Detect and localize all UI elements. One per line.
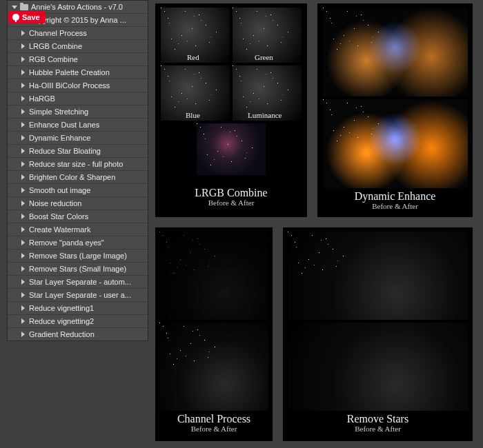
disclosure-triangle-icon[interactable] bbox=[21, 57, 25, 62]
action-item-label: Remove Stars (Small Image) bbox=[29, 265, 126, 273]
disclosure-triangle-icon[interactable] bbox=[21, 30, 25, 36]
action-item[interactable]: Ha-OIII BiColor Process bbox=[8, 79, 148, 92]
action-item[interactable]: Noise reduction bbox=[8, 196, 148, 210]
action-item-label: Reduce Star Bloating bbox=[29, 147, 101, 155]
card-subtitle: Before & After bbox=[372, 202, 418, 210]
card-subtitle: Before & After bbox=[191, 425, 237, 433]
action-item[interactable]: Remove Stars (Small Image) bbox=[8, 262, 148, 275]
disclosure-triangle-icon[interactable] bbox=[21, 70, 25, 75]
action-item-label: Simple Stretching bbox=[29, 108, 88, 116]
pinterest-save-button[interactable]: Save bbox=[8, 11, 46, 23]
thumb-after bbox=[288, 323, 469, 411]
disclosure-triangle-icon[interactable] bbox=[21, 43, 25, 49]
thumb-before bbox=[323, 8, 468, 96]
action-item-label: Enhance Dust Lanes bbox=[29, 121, 99, 129]
action-item[interactable]: Dynamic Enhance bbox=[8, 131, 148, 144]
thumb-blue: Blue bbox=[161, 65, 230, 121]
action-list: Copyright © 2015 by Anna ...Channel Proc… bbox=[8, 13, 148, 340]
disclosure-triangle-icon[interactable] bbox=[21, 253, 25, 258]
action-item[interactable]: Smooth out image bbox=[8, 183, 148, 196]
action-item[interactable]: Enhance Dust Lanes bbox=[8, 118, 148, 131]
action-item[interactable]: Reduce Star Bloating bbox=[8, 144, 148, 157]
thumb-red: Red bbox=[161, 8, 230, 63]
action-item[interactable]: RGB Combine bbox=[8, 52, 148, 65]
disclosure-triangle-icon[interactable] bbox=[21, 279, 25, 285]
action-item-label: Create Watermark bbox=[29, 225, 90, 234]
folder-icon bbox=[20, 4, 28, 10]
disclosure-triangle-icon[interactable] bbox=[21, 174, 25, 180]
thumb-label: Red bbox=[187, 53, 199, 61]
disclosure-triangle-icon[interactable] bbox=[21, 96, 25, 101]
card-channel-process: Channel Process Before & After bbox=[155, 227, 273, 441]
disclosure-triangle-icon[interactable] bbox=[21, 305, 25, 311]
action-item[interactable]: Reduce vignetting1 bbox=[8, 301, 148, 314]
action-item[interactable]: HaRGB bbox=[8, 92, 148, 105]
action-item-label: Remove Stars (Large Image) bbox=[29, 252, 127, 260]
thumb-lrgb: LRGB bbox=[197, 123, 266, 175]
thumb-label: Blue bbox=[186, 111, 200, 119]
thumb-before bbox=[288, 232, 469, 320]
action-item-label: Gradient Reduction bbox=[29, 330, 95, 338]
action-item[interactable]: LRGB Combine bbox=[8, 39, 148, 52]
action-item[interactable]: Boost Star Colors bbox=[8, 210, 148, 223]
pinterest-icon bbox=[12, 14, 19, 21]
action-item-label: Dynamic Enhance bbox=[29, 134, 90, 142]
thumb-before bbox=[159, 232, 268, 320]
thumb-label: Green bbox=[255, 53, 273, 61]
action-item[interactable]: Channel Process bbox=[8, 26, 148, 39]
disclosure-triangle-icon[interactable] bbox=[21, 122, 25, 128]
card-title: LRGB Combine bbox=[195, 187, 267, 198]
disclosure-triangle-icon[interactable] bbox=[21, 318, 25, 324]
action-item[interactable]: Hubble Palette Creation bbox=[8, 65, 148, 79]
save-label: Save bbox=[22, 13, 40, 21]
disclosure-triangle-icon[interactable] bbox=[21, 214, 25, 219]
thumb-label: Luminance bbox=[248, 111, 282, 119]
card-subtitle: Before & After bbox=[355, 425, 401, 433]
disclosure-triangle-icon[interactable] bbox=[21, 109, 25, 114]
action-item-label: Brighten Color & Sharpen bbox=[29, 173, 115, 181]
action-item[interactable]: Remove "panda eyes" bbox=[8, 236, 148, 249]
card-title: Dynamic Enhance bbox=[355, 191, 436, 202]
thumb-luminance: Luminance bbox=[233, 65, 302, 121]
action-item[interactable]: Brighten Color & Sharpen bbox=[8, 170, 148, 183]
disclosure-triangle-icon[interactable] bbox=[21, 292, 25, 298]
action-item-label: Remove "panda eyes" bbox=[29, 238, 104, 247]
action-item-label: Star Layer Separate - autom... bbox=[29, 278, 131, 286]
action-item[interactable]: Remove Stars (Large Image) bbox=[8, 249, 148, 262]
card-lrgb-combine: Red Green Blue Luminance LRGB LRGB Combi… bbox=[155, 3, 307, 217]
disclosure-triangle-icon[interactable] bbox=[21, 266, 25, 272]
disclosure-triangle-icon[interactable] bbox=[21, 187, 25, 193]
action-item-label: Noise reduction bbox=[29, 199, 81, 207]
disclosure-triangle-icon[interactable] bbox=[21, 240, 25, 245]
action-item-label: Reduce star size - full photo bbox=[29, 160, 123, 168]
disclosure-triangle-icon[interactable] bbox=[21, 227, 25, 232]
card-title: Channel Process bbox=[177, 414, 250, 425]
action-item-label: Star Layer Separate - user a... bbox=[29, 291, 131, 299]
disclosure-triangle-icon[interactable] bbox=[21, 332, 25, 337]
card-subtitle: Before & After bbox=[208, 198, 255, 207]
disclosure-triangle-icon[interactable] bbox=[21, 135, 25, 141]
action-item-label: HaRGB bbox=[29, 94, 55, 103]
action-item-label: Smooth out image bbox=[29, 186, 90, 194]
action-item[interactable]: Gradient Reduction bbox=[8, 327, 148, 340]
action-item[interactable]: Reduce vignetting2 bbox=[8, 314, 148, 327]
disclosure-triangle-icon[interactable] bbox=[12, 6, 17, 9]
action-item-label: Boost Star Colors bbox=[29, 212, 88, 221]
actions-panel: Annie's Astro Actions - v7.0 Copyright ©… bbox=[7, 0, 148, 341]
action-item[interactable]: Simple Stretching bbox=[8, 105, 148, 118]
action-item[interactable]: Reduce star size - full photo bbox=[8, 157, 148, 170]
disclosure-triangle-icon[interactable] bbox=[21, 161, 25, 167]
card-dynamic-enhance: Dynamic Enhance Before & After bbox=[317, 3, 473, 217]
action-item-label: Reduce vignetting2 bbox=[29, 317, 94, 325]
action-item[interactable]: Star Layer Separate - autom... bbox=[8, 275, 148, 288]
action-item-label: Hubble Palette Creation bbox=[29, 68, 110, 77]
action-item-label: Reduce vignetting1 bbox=[29, 304, 94, 312]
disclosure-triangle-icon[interactable] bbox=[21, 148, 25, 154]
action-item[interactable]: Star Layer Separate - user a... bbox=[8, 288, 148, 301]
action-item-label: Channel Process bbox=[29, 29, 87, 37]
thumb-after bbox=[159, 323, 268, 411]
disclosure-triangle-icon[interactable] bbox=[21, 83, 25, 88]
thumb-after bbox=[323, 99, 468, 188]
action-item[interactable]: Create Watermark bbox=[8, 223, 148, 236]
disclosure-triangle-icon[interactable] bbox=[21, 201, 25, 206]
